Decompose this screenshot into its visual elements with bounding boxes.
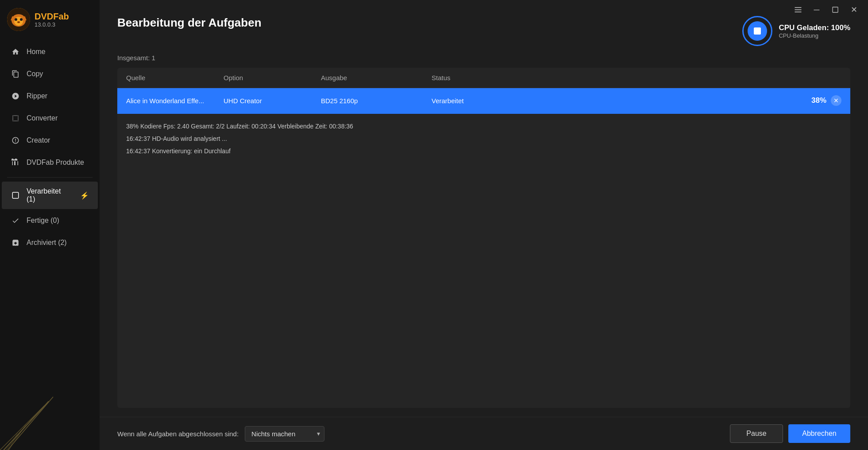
row-close-button[interactable]: ✕ bbox=[831, 95, 841, 106]
svg-rect-15 bbox=[795, 7, 802, 8]
svg-rect-17 bbox=[795, 12, 802, 12]
total-label: Insgesamt: 1 bbox=[117, 54, 850, 62]
sidebar-item-ripper[interactable]: Ripper bbox=[2, 85, 98, 107]
cpu-indicator: CPU Geladen: 100% CPU-Belastung bbox=[742, 16, 850, 46]
logo-area: DVDFab 13.0.0.3 bbox=[0, 0, 100, 37]
bottom-bar: Wenn alle Aufgaben abgeschlossen sind: N… bbox=[100, 417, 868, 450]
cpu-circle-inner bbox=[748, 21, 767, 41]
cpu-text: CPU Geladen: 100% CPU-Belastung bbox=[779, 23, 850, 39]
content-header: Bearbeitung der Aufgaben CPU Geladen: 10… bbox=[117, 16, 850, 46]
page-title-area: Bearbeitung der Aufgaben bbox=[117, 16, 262, 30]
col-status: Status bbox=[432, 74, 529, 81]
processing-label: Verarbeitet (1) bbox=[27, 187, 71, 203]
detail-audio-line: 16:42:37 HD-Audio wird analysiert ... bbox=[126, 132, 841, 145]
creator-icon bbox=[11, 136, 20, 145]
cell-output: BD25 2160p bbox=[321, 97, 432, 105]
col-output: Ausgabe bbox=[321, 74, 432, 81]
action-buttons: Pause Abbrechen bbox=[730, 424, 850, 443]
copy-icon bbox=[11, 69, 20, 79]
converter-label: Converter bbox=[27, 114, 58, 122]
svg-rect-16 bbox=[795, 9, 802, 10]
svg-rect-18 bbox=[833, 7, 838, 12]
sidebar-item-products[interactable]: DVDFab Produkte bbox=[2, 152, 98, 173]
brand-name: DVDFab bbox=[35, 12, 69, 21]
task-details: 38% Kodiere Fps: 2.40 Gesamt: 2/2 Laufze… bbox=[117, 113, 850, 163]
ripper-icon bbox=[11, 91, 20, 101]
cpu-circle bbox=[742, 16, 772, 46]
home-label: Home bbox=[27, 48, 46, 56]
creator-label: Creator bbox=[27, 136, 50, 144]
logo-icon bbox=[7, 8, 30, 31]
pause-button[interactable]: Pause bbox=[730, 424, 783, 443]
content-area: Bearbeitung der Aufgaben CPU Geladen: 10… bbox=[100, 0, 868, 417]
home-icon bbox=[11, 47, 20, 57]
titlebar: ─ ✕ bbox=[784, 0, 868, 19]
sidebar-nav: Home Copy Ripper Converter Creator bbox=[0, 41, 100, 450]
minimize-button[interactable]: ─ bbox=[811, 4, 822, 15]
done-label: Fertige (0) bbox=[27, 217, 59, 225]
cell-status: Verarbeitet bbox=[432, 97, 529, 105]
task-table: Quelle Option Ausgabe Status Alice in Wo… bbox=[117, 68, 850, 408]
sidebar-item-processing[interactable]: Verarbeitet (1) ⚡ bbox=[2, 182, 98, 209]
cpu-load-label: CPU-Belastung bbox=[779, 32, 850, 39]
svg-point-5 bbox=[15, 18, 17, 21]
page-title: Bearbeitung der Aufgaben bbox=[117, 16, 262, 30]
maximize-button[interactable] bbox=[830, 4, 841, 15]
sidebar-item-creator[interactable]: Creator bbox=[2, 130, 98, 151]
detail-progress-line: 38% Kodiere Fps: 2.40 Gesamt: 2/2 Laufze… bbox=[126, 120, 841, 132]
archived-label: Archiviert (2) bbox=[27, 239, 67, 247]
cell-option: UHD Creator bbox=[224, 97, 321, 105]
sidebar-item-home[interactable]: Home bbox=[2, 41, 98, 62]
svg-point-7 bbox=[17, 21, 20, 23]
sidebar-item-copy[interactable]: Copy bbox=[2, 63, 98, 85]
svg-rect-8 bbox=[12, 192, 19, 198]
products-label: DVDFab Produkte bbox=[27, 159, 84, 167]
logo-text: DVDFab 13.0.0.3 bbox=[35, 12, 69, 28]
cell-progress: 38% ✕ bbox=[529, 95, 841, 106]
processing-icon bbox=[11, 190, 20, 200]
menu-icon[interactable] bbox=[793, 4, 803, 15]
col-option: Option bbox=[224, 74, 321, 81]
progress-value: 38% bbox=[811, 96, 826, 105]
ripper-label: Ripper bbox=[27, 92, 47, 100]
table-row[interactable]: Alice in Wonderland Effe... UHD Creator … bbox=[117, 88, 850, 113]
cell-source: Alice in Wonderland Effe... bbox=[126, 97, 224, 105]
cpu-square-icon bbox=[754, 27, 761, 35]
close-button[interactable]: ✕ bbox=[849, 4, 859, 15]
completion-label: Wenn alle Aufgaben abgeschlossen sind: bbox=[117, 430, 239, 438]
products-icon bbox=[11, 158, 20, 167]
completion-dropdown[interactable]: Nichts machen Herunterfahren Ruhezustand… bbox=[245, 426, 324, 442]
col-source: Quelle bbox=[126, 74, 224, 81]
archived-icon bbox=[11, 238, 20, 248]
version-label: 13.0.0.3 bbox=[35, 21, 69, 28]
nav-divider bbox=[7, 177, 93, 178]
svg-point-6 bbox=[20, 18, 23, 21]
completion-action: Wenn alle Aufgaben abgeschlossen sind: N… bbox=[117, 426, 324, 442]
sidebar-item-archived[interactable]: Archiviert (2) bbox=[2, 232, 98, 253]
converter-icon bbox=[11, 113, 20, 123]
done-icon bbox=[11, 216, 20, 225]
copy-label: Copy bbox=[27, 70, 43, 78]
table-header: Quelle Option Ausgabe Status bbox=[117, 68, 850, 88]
main-content: ─ ✕ Bearbeitung der Aufgaben CPU Geladen… bbox=[100, 0, 868, 450]
sidebar-item-converter[interactable]: Converter bbox=[2, 108, 98, 129]
abort-button[interactable]: Abbrechen bbox=[788, 424, 850, 443]
detail-convert-line: 16:42:37 Konvertierung: ein Durchlauf bbox=[126, 145, 841, 157]
sidebar-item-done[interactable]: Fertige (0) bbox=[2, 210, 98, 231]
lightning-icon: ⚡ bbox=[80, 191, 89, 200]
sidebar: DVDFab 13.0.0.3 Home Copy Ripper bbox=[0, 0, 100, 450]
cpu-loaded-label: CPU Geladen: 100% bbox=[779, 23, 850, 32]
col-progress bbox=[529, 74, 841, 81]
dropdown-wrapper: Nichts machen Herunterfahren Ruhezustand… bbox=[245, 426, 324, 442]
